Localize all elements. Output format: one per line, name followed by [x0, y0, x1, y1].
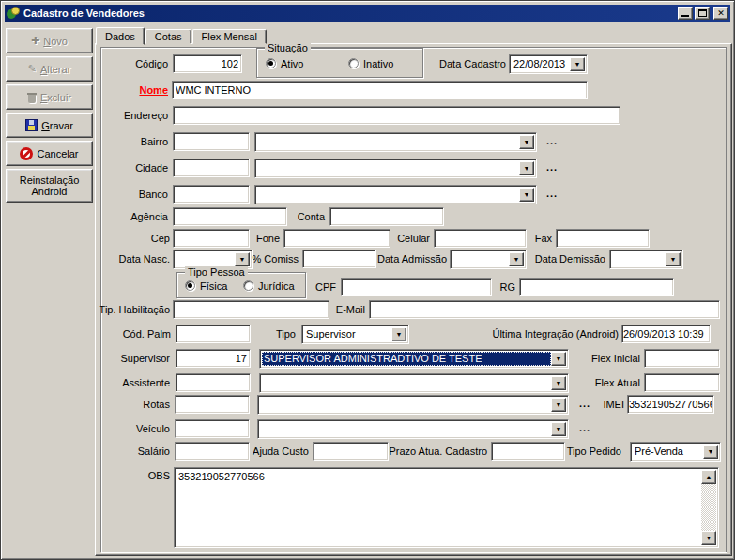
tipo-pedido-combo-arrow[interactable]: ▼	[703, 445, 718, 459]
fax-label: Fax	[402, 233, 552, 244]
ultima-integracao-label: Última Integração (Android)	[468, 328, 619, 340]
cidade-combo-arrow[interactable]: ▼	[519, 161, 534, 175]
tab-dados[interactable]: Dados	[96, 27, 145, 45]
data-demissao-combo[interactable]: ▼	[609, 250, 683, 269]
cidade-more-button[interactable]: ...	[546, 161, 558, 173]
fax-input[interactable]	[556, 229, 650, 248]
ativo-radio[interactable]	[266, 58, 276, 68]
nome-input[interactable]	[172, 81, 588, 99]
codigo-input[interactable]	[173, 54, 242, 73]
data-demissao-value	[612, 252, 666, 266]
flex-inicial-label: Flex Inicial	[490, 353, 640, 364]
situacao-legend: Situação	[265, 42, 311, 53]
tipo-pedido-combo-value: Pré-Venda	[633, 445, 703, 459]
close-icon: ✕	[717, 8, 725, 18]
app-window: Cadastro de Vendedores ✕ ✚ Novo ✎ Altera…	[0, 0, 735, 560]
novo-button-label: Novo	[43, 36, 68, 47]
chevron-down-icon: ▼	[670, 256, 677, 263]
chevron-down-icon: ▼	[524, 139, 530, 145]
email-input[interactable]	[369, 300, 720, 319]
tipo-pedido-label: Tipo Pedido	[471, 446, 621, 457]
bairro-code-input[interactable]	[173, 132, 250, 151]
scroll-up-button[interactable]: ▲	[701, 470, 716, 484]
flex-atual-input[interactable]	[644, 373, 720, 392]
assistente-label: Assistente	[20, 377, 170, 388]
conta-label: Conta	[175, 211, 325, 222]
bairro-combo-arrow[interactable]: ▼	[519, 135, 534, 149]
flex-inicial-input[interactable]	[644, 349, 720, 368]
nome-label: Nome	[18, 84, 168, 96]
cidade-combo-value	[257, 161, 519, 175]
maximize-button[interactable]	[695, 7, 710, 20]
minimize-icon	[681, 15, 689, 17]
tipo-combo-arrow[interactable]: ▼	[391, 327, 406, 341]
assistente-code-input[interactable]	[176, 373, 251, 392]
cancel-icon	[20, 147, 33, 160]
rg-input[interactable]	[519, 278, 674, 296]
tipo-combo-value: Supervisor	[304, 327, 391, 341]
chevron-down-icon: ▼	[524, 191, 530, 198]
fone-label: Fone	[130, 233, 280, 244]
data-demissao-label: Data Demissão	[455, 253, 605, 265]
obs-scrollbar[interactable]: ▲ ▼	[701, 470, 716, 545]
chevron-down-icon: ▼	[396, 331, 403, 338]
tipo-label: Tipo	[145, 328, 296, 340]
tab-flex-mensal[interactable]: Flex Mensal	[192, 29, 267, 44]
chevron-down-icon: ▼	[574, 61, 581, 68]
veiculo-code-input[interactable]	[175, 419, 250, 438]
new-icon: ✚	[31, 36, 39, 46]
veiculo-combo-arrow[interactable]: ▼	[551, 422, 566, 436]
tipo-pedido-combo[interactable]: Pré-Venda ▼	[630, 442, 721, 462]
data-cadastro-label: Data Cadastro	[356, 58, 506, 69]
prazo-atua-cadastro-label: Prazo Atua. Cadastro	[337, 446, 487, 457]
app-icon[interactable]	[7, 7, 20, 20]
tab-cotas[interactable]: Cotas	[145, 29, 191, 44]
veiculo-more-button[interactable]: ...	[579, 422, 590, 433]
minimize-button[interactable]	[678, 7, 693, 20]
cpf-label: CPF	[186, 281, 336, 293]
supervisor-code-input[interactable]	[176, 349, 251, 368]
conta-input[interactable]	[329, 207, 444, 226]
chevron-down-icon: ▼	[524, 165, 530, 172]
veiculo-combo-value	[260, 422, 551, 436]
scroll-down-icon: ▼	[706, 535, 712, 541]
banco-code-input[interactable]	[173, 185, 250, 204]
codigo-label: Código	[18, 58, 168, 69]
rotas-code-input[interactable]	[175, 395, 250, 414]
salario-label: Salário	[20, 446, 170, 457]
veiculo-label: Veículo	[20, 423, 170, 434]
tab-strip: Dados Cotas Flex Mensal	[96, 26, 268, 44]
ultima-integracao-input[interactable]	[621, 325, 711, 343]
imei-input[interactable]	[627, 395, 714, 414]
banco-combo-value	[257, 188, 519, 202]
bairro-combo[interactable]: ▼	[254, 132, 537, 152]
flex-atual-label: Flex Atual	[490, 377, 640, 388]
bairro-combo-value	[257, 135, 519, 149]
endereco-label: Endereço	[18, 110, 168, 121]
tipo-combo[interactable]: Supervisor ▼	[301, 325, 409, 344]
banco-combo-arrow[interactable]: ▼	[519, 188, 534, 202]
obs-textarea[interactable]: 353219052770566 ▲ ▼	[174, 467, 719, 548]
bairro-label: Bairro	[18, 136, 168, 147]
window-title: Cadastro de Vendedores	[23, 8, 145, 19]
close-button[interactable]: ✕	[713, 7, 728, 20]
bairro-more-button[interactable]: ...	[546, 135, 558, 146]
comiss-label: % Comiss	[148, 253, 299, 265]
scroll-up-icon: ▲	[706, 474, 712, 480]
data-demissao-combo-arrow[interactable]: ▼	[666, 252, 681, 266]
veiculo-combo[interactable]: ▼	[257, 419, 569, 439]
banco-more-button[interactable]: ...	[546, 188, 558, 199]
tip-habilitacao-label: Tip. Habilitação	[20, 304, 170, 315]
maximize-icon	[698, 9, 707, 17]
endereco-input[interactable]	[173, 106, 620, 125]
novo-button[interactable]: ✚ Novo	[6, 28, 93, 53]
banco-combo[interactable]: ▼	[254, 185, 537, 204]
cidade-combo[interactable]: ▼	[254, 159, 537, 178]
scroll-down-button[interactable]: ▼	[701, 531, 716, 545]
data-cadastro-combo-arrow[interactable]: ▼	[570, 57, 585, 71]
chevron-down-icon: ▼	[708, 448, 714, 455]
data-cadastro-combo[interactable]: 22/08/2013 ▼	[509, 54, 588, 74]
ativo-radio-label[interactable]: Ativo	[281, 58, 303, 69]
cidade-code-input[interactable]	[173, 159, 250, 177]
titlebar: Cadastro de Vendedores ✕	[5, 5, 730, 22]
